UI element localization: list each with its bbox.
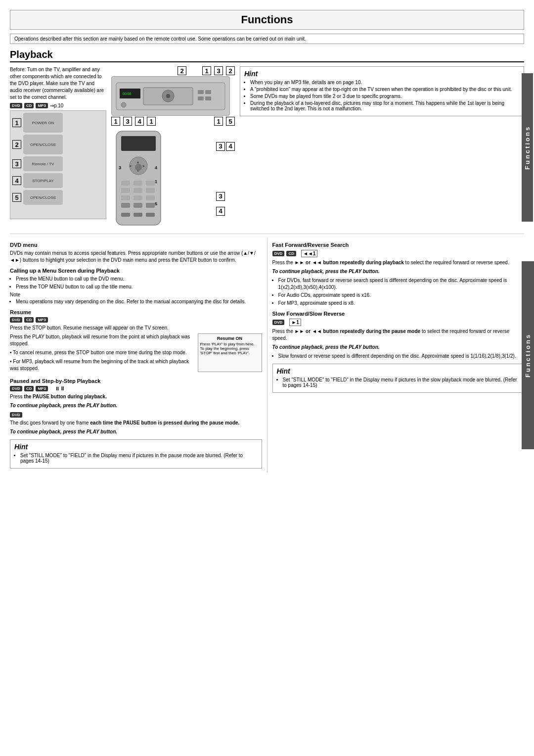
svg-text:►: ►: [142, 164, 146, 168]
dvd-menu-text: DVDs may contain menus to access special…: [10, 250, 262, 264]
step-4-img: STOP/PLAY: [23, 173, 63, 188]
paused-text3: The disc goes forward by one frame each …: [10, 420, 262, 426]
svg-rect-19: [121, 181, 130, 186]
player-illustration: 00:00: [111, 76, 230, 116]
sf-text1: Press the ►► or ◄◄ button repeatedly dur…: [272, 328, 525, 342]
sf-note-1: Slow forward or reverse speed is differe…: [278, 353, 525, 360]
svg-text:5: 5: [155, 201, 157, 206]
hint-box-1: Hint When you play an MP3 file, details …: [240, 66, 524, 116]
resume-cd-icon: CD: [24, 317, 34, 323]
hint1-item-2: A "prohibited icon" may appear at the to…: [250, 87, 520, 92]
intro-box: Operations described after this section …: [10, 34, 524, 44]
slow-forward-title: Slow Forward/Slow Reverse: [272, 311, 525, 317]
functions-sidebar-right-label: Functions: [522, 261, 534, 449]
bottom-step-5: 5: [226, 117, 235, 126]
resume-cancel: • To cancel resume, press the STOP butto…: [10, 349, 192, 356]
hint2-title: Hint: [14, 443, 258, 451]
remote-step-4b: 4: [216, 207, 225, 216]
step-3-label: 3: [12, 159, 21, 168]
svg-rect-5: [205, 90, 211, 94]
remote-step-labels: 3 4 3 4: [216, 129, 235, 229]
hint1-item-3: Some DVDs may be played from title 2 or …: [250, 94, 520, 99]
svg-rect-26: [134, 195, 142, 200]
lower-right: Fast Forward/Reverse Search DVD CD ◄◄1 P…: [267, 238, 525, 472]
hint3-list: Set "STILL MODE" to "FIELD" in the Displ…: [277, 377, 520, 388]
svg-text:3: 3: [119, 165, 121, 170]
resume-title: Resume: [10, 309, 262, 315]
step-3-row: 3 Remote / TV: [12, 156, 104, 171]
lower-content: DVD menu DVDs may contain menus to acces…: [10, 234, 524, 472]
paused-text2: To continue playback, press the PLAY but…: [10, 402, 262, 409]
resume-text-area: Press the PLAY button, playback will res…: [10, 333, 192, 374]
paused-cd-icon: CD: [24, 386, 34, 391]
sf-italic: To continue playback, press the PLAY but…: [272, 344, 525, 351]
svg-rect-29: [134, 203, 142, 208]
dvd-icon-1: DVD: [10, 103, 22, 108]
paused-step-icon-row: DVD: [10, 412, 262, 418]
hint-box-3: Hint Set "STILL MODE" to "FIELD" in the …: [272, 364, 525, 393]
paused-title: Paused and Step-by-Step Playback: [10, 378, 262, 384]
remote-step-3: 3: [216, 142, 225, 151]
resume-on-box: Resume ON Press 'PLAY' to play from here…: [198, 333, 262, 372]
hint3-title: Hint: [277, 367, 520, 375]
functions-sidebar-container: Functions: [522, 66, 533, 229]
step-2-img: OPEN/CLOSE: [23, 135, 63, 154]
step-2-row: 2 OPEN/CLOSE: [12, 135, 104, 154]
hint1-title: Hint: [244, 70, 520, 78]
svg-point-10: [121, 102, 126, 107]
ff-notes: For DVDs, fast forward or reverse search…: [272, 277, 525, 307]
bottom-step-1: 1: [111, 117, 120, 126]
pause-symbol: ⏸ II: [55, 386, 64, 391]
steps-illustration: 1 POWER ON 2 OPEN/CLOSE 3 Remote / TV 4 …: [10, 110, 106, 219]
svg-rect-28: [121, 203, 130, 208]
ff-cd-icon: CD: [286, 251, 296, 256]
top-step-indicators: 2 1 3 2: [111, 66, 235, 75]
calling-up-item-4: Menu operations may vary depending on th…: [16, 298, 262, 305]
svg-text:00:00: 00:00: [123, 92, 132, 95]
step-1-label: 1: [12, 118, 21, 127]
svg-rect-22: [121, 188, 130, 193]
paused-step-dvd-icon: DVD: [10, 412, 22, 418]
step-1-img: POWER ON: [23, 113, 63, 133]
calling-up-title: Calling up a Menu Screen during Playback: [10, 268, 262, 274]
bottom-step-4: 4: [135, 117, 144, 126]
resume-content-area: Press the PLAY button, playback will res…: [10, 333, 262, 374]
resume-on-note: Press 'PLAY' to play from here. To play …: [200, 342, 260, 355]
bottom-step-1c: 1: [214, 117, 223, 126]
paused-mp3-icon: MP3: [36, 386, 47, 391]
svg-text:4: 4: [155, 165, 157, 170]
functions-sidebar-right: Functions: [522, 238, 534, 472]
top-step-2: 2: [178, 66, 186, 75]
svg-point-3: [166, 94, 170, 98]
mp3-icon-1: MP3: [36, 103, 47, 108]
remote-steps-top: 3 4: [216, 142, 235, 151]
svg-rect-4: [198, 90, 204, 94]
hint1-item-1: When you play an MP3 file, details are o…: [250, 80, 520, 85]
before-text: Before: Turn on the TV, amplifier and an…: [10, 66, 106, 101]
ff-icon-row: DVD CD ◄◄1: [272, 250, 525, 257]
calling-up-item-2: Press the TOP MENU button to call up the…: [16, 284, 262, 290]
step-4-row: 4 STOP/PLAY: [12, 173, 104, 188]
svg-rect-30: [146, 203, 155, 208]
svg-rect-23: [134, 188, 142, 193]
step-5-label: 5: [12, 193, 21, 202]
svg-rect-27: [146, 195, 155, 200]
svg-rect-24: [146, 188, 155, 193]
bottom-step-indicators: 1 3 4 1 1 5: [111, 117, 235, 126]
paused-text4: To continue playback, press the PLAY but…: [10, 428, 262, 435]
paused-text1: Press the PAUSE button during playback.: [10, 393, 262, 400]
hint1-list: When you play an MP3 file, details are o…: [244, 80, 520, 111]
page-ref: ⇒p.10: [50, 103, 63, 108]
resume-dvd-icon: DVD: [10, 317, 22, 323]
calling-up-item-1: Press the MENU button to call up the DVD…: [16, 276, 262, 283]
resume-icon-row: DVD CD MP3: [10, 317, 262, 323]
sf-dvd-icon: DVD: [272, 320, 285, 325]
svg-rect-6: [198, 96, 204, 100]
svg-text:▲: ▲: [136, 160, 140, 164]
ff-text1: Press the ►► or ◄◄ button repeatedly dur…: [272, 259, 525, 266]
step-5-row: 5 OPEN/CLOSE: [12, 190, 104, 205]
sf-speed-badge: ►1: [289, 319, 301, 326]
resume-text1: Press the STOP button. Resume message wi…: [10, 325, 262, 331]
step-3-img: Remote / TV: [23, 156, 63, 171]
ff-note-2: For Audio CDs, approximate speed is x16.: [278, 292, 525, 299]
